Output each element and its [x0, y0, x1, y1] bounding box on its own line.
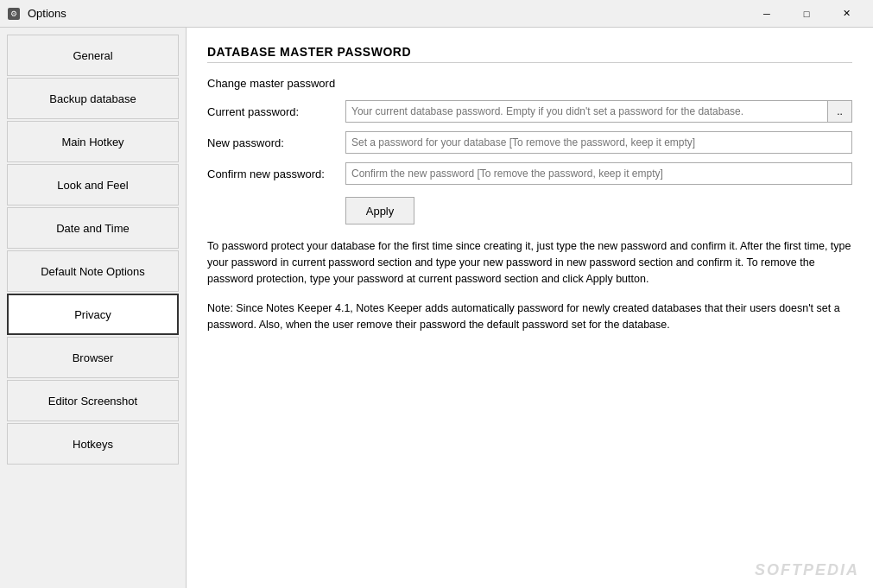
- note-text: Note: Since Notes Keeper 4.1, Notes Keep…: [207, 300, 852, 333]
- field-browse-button-0[interactable]: ..: [828, 100, 852, 123]
- sidebar-btn-look-and-feel[interactable]: Look and Feel: [7, 164, 179, 205]
- content-area: DATABASE MASTER PASSWORD Change master p…: [186, 28, 873, 588]
- form-row-1: New password:: [207, 131, 852, 154]
- apply-button[interactable]: Apply: [345, 197, 414, 224]
- form-row-0: Current password:..: [207, 100, 852, 123]
- sidebar-btn-backup-database[interactable]: Backup database: [7, 78, 179, 119]
- window-controls: ─ □ ✕: [747, 0, 866, 28]
- app-icon: ⚙: [7, 7, 21, 21]
- sidebar-btn-browser[interactable]: Browser: [7, 337, 179, 378]
- main-layout: GeneralBackup databaseMain HotkeyLook an…: [0, 28, 873, 588]
- sidebar-btn-privacy[interactable]: Privacy: [7, 294, 179, 335]
- subsection-title: Change master password: [207, 77, 852, 90]
- minimize-button[interactable]: ─: [747, 0, 787, 28]
- form-row-2: Confirm new password:: [207, 162, 852, 185]
- title-bar: ⚙ Options ─ □ ✕: [0, 0, 873, 28]
- field-input-wrapper-2: [345, 162, 852, 185]
- field-input-2[interactable]: [345, 162, 852, 185]
- info-text: To password protect your database for th…: [207, 238, 852, 287]
- field-label-0: Current password:: [207, 105, 345, 118]
- sidebar-btn-hotkeys[interactable]: Hotkeys: [7, 423, 179, 465]
- sidebar-btn-main-hotkey[interactable]: Main Hotkey: [7, 121, 179, 162]
- section-title: DATABASE MASTER PASSWORD: [207, 45, 852, 59]
- field-input-0[interactable]: [345, 100, 828, 123]
- field-input-wrapper-0: ..: [345, 100, 852, 123]
- field-label-1: New password:: [207, 136, 345, 149]
- password-form: Current password:..New password:Confirm …: [207, 100, 852, 185]
- sidebar-btn-date-and-time[interactable]: Date and Time: [7, 207, 179, 249]
- sidebar: GeneralBackup databaseMain HotkeyLook an…: [0, 28, 186, 588]
- section-divider: [207, 62, 852, 63]
- sidebar-btn-default-note-options[interactable]: Default Note Options: [7, 250, 179, 292]
- field-input-wrapper-1: [345, 131, 852, 154]
- field-label-2: Confirm new password:: [207, 168, 345, 180]
- sidebar-btn-editor-screenshot[interactable]: Editor Screenshot: [7, 380, 179, 421]
- field-input-1[interactable]: [345, 131, 852, 154]
- close-button[interactable]: ✕: [826, 0, 866, 28]
- window-title: Options: [28, 7, 747, 20]
- restore-button[interactable]: □: [787, 0, 826, 28]
- svg-text:⚙: ⚙: [10, 9, 17, 18]
- sidebar-btn-general[interactable]: General: [7, 35, 179, 76]
